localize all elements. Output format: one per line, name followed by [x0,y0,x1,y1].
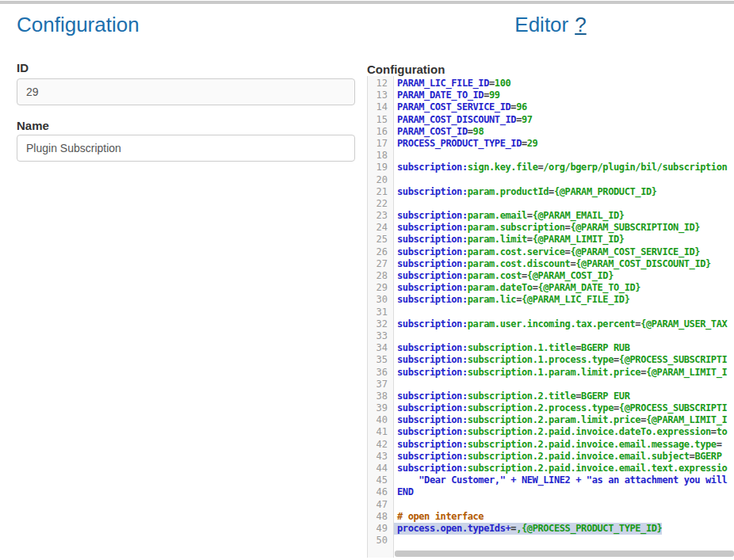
name-input[interactable] [17,135,355,162]
code-line[interactable]: 36subscription:subscription.1.param.limi… [367,367,734,379]
line-number: 31 [367,307,394,318]
code-line[interactable]: 46END [367,486,734,498]
code-line[interactable]: 29subscription:param.dateTo={@PARAM_DATE… [367,282,734,294]
code-line[interactable]: 13PARAM_DATE_TO_ID=99 [367,90,734,101]
line-number: 33 [367,330,394,342]
line-number: 44 [367,463,394,474]
code-text: PARAM_COST_DISCOUNT_ID=97 [394,114,533,126]
code-line[interactable]: 27subscription:param.cost.discount={@PAR… [367,258,734,270]
line-number: 17 [367,138,394,150]
code-text: PARAM_LIC_FILE_ID=100 [394,78,510,90]
code-text [394,535,397,547]
line-number: 34 [367,342,394,354]
code-line[interactable]: 50 [367,535,734,547]
code-line[interactable]: 20 [367,174,734,186]
code-line[interactable]: 26subscription:param.cost.service={@PARA… [367,246,734,258]
line-number: 25 [367,234,394,246]
code-text: subscription:sign.key.file=/org/bgerp/pl… [394,162,727,173]
code-text: subscription:param.cost={@PARAM_COST_ID} [394,270,614,282]
code-line[interactable]: 43subscription:subscription.2.paid.invoi… [367,451,734,463]
line-number: 13 [367,90,394,101]
line-number: 41 [367,426,394,438]
code-text: "Dear Customer," + NEW_LINE2 + "as an at… [394,474,727,486]
code-line[interactable]: 18 [367,150,734,162]
code-text: subscription:subscription.1.title=BGERP … [394,342,629,354]
code-line[interactable]: 41subscription:subscription.2.paid.invoi… [367,426,734,438]
code-line[interactable]: 33 [367,330,734,342]
code-line[interactable]: 44subscription:subscription.2.paid.invoi… [367,463,734,474]
code-text [394,379,397,390]
code-line[interactable]: 19subscription:sign.key.file=/org/bgerp/… [367,162,734,173]
code-text [394,307,397,318]
code-line[interactable]: 37 [367,379,734,390]
code-text: subscription:subscription.2.paid.invoice… [394,451,727,463]
line-number: 20 [367,174,394,186]
line-number: 18 [367,150,394,162]
code-text [394,330,397,342]
code-line[interactable]: 38subscription:subscription.2.title=BGER… [367,390,734,402]
help-link[interactable]: ? [575,13,586,36]
code-line[interactable]: 49process.open.typeIds+=,{@PROCESS_PRODU… [367,523,734,535]
code-line[interactable]: 25subscription:param.limit={@PARAM_LIMIT… [367,234,734,246]
code-line[interactable]: 22 [367,198,734,210]
code-editor[interactable]: 12PARAM_LIC_FILE_ID=10013PARAM_DATE_TO_I… [367,76,734,558]
top-divider [0,1,734,4]
line-number: 40 [367,414,394,426]
code-text: subscription:subscription.2.paid.invoice… [394,426,727,438]
code-line[interactable]: 21subscription:param.productId={@PARAM_P… [367,186,734,198]
line-number: 16 [367,126,394,138]
line-number: 22 [367,198,394,210]
line-number: 47 [367,499,394,511]
code-line[interactable]: 42subscription:subscription.2.paid.invoi… [367,439,734,451]
line-number: 26 [367,246,394,258]
code-line[interactable]: 40subscription:subscription.2.param.limi… [367,414,734,426]
code-text: subscription:param.cost.discount={@PARAM… [394,258,711,270]
code-line[interactable]: 32subscription:param.user.incoming.tax.p… [367,318,734,330]
code-text: subscription:subscription.2.param.limit.… [394,414,727,426]
code-line[interactable]: 31 [367,307,734,318]
code-line[interactable]: 23subscription:param.email={@PARAM_EMAIL… [367,210,734,222]
line-number: 23 [367,210,394,222]
code-line[interactable]: 47 [367,499,734,511]
code-text: subscription:param.user.incoming.tax.per… [394,318,727,330]
code-text [394,198,397,210]
code-text: PARAM_DATE_TO_ID=99 [394,90,500,101]
line-number: 46 [367,486,394,498]
code-text: PROCESS_PRODUCT_TYPE_ID=29 [394,138,537,150]
code-line[interactable]: 17PROCESS_PRODUCT_TYPE_ID=29 [367,138,734,150]
code-text: subscription:param.email={@PARAM_EMAIL_I… [394,210,625,222]
code-text [394,174,397,186]
code-line[interactable]: 35subscription:subscription.1.process.ty… [367,354,734,366]
line-number: 24 [367,222,394,234]
line-number: 28 [367,270,394,282]
line-number: 19 [367,162,394,173]
id-input[interactable] [17,78,355,105]
line-number: 29 [367,282,394,294]
code-text: subscription:param.lic={@PARAM_LIC_FILE_… [394,294,629,306]
code-line[interactable]: 48# open interface [367,511,734,523]
code-line[interactable]: 12PARAM_LIC_FILE_ID=100 [367,78,734,90]
code-text: subscription:subscription.2.paid.invoice… [394,439,722,451]
code-line[interactable]: 28subscription:param.cost={@PARAM_COST_I… [367,270,734,282]
id-label: ID [17,61,29,74]
line-number: 32 [367,318,394,330]
code-line[interactable]: 24subscription:param.subscription={@PARA… [367,222,734,234]
code-text: subscription:param.limit={@PARAM_LIMIT_I… [394,234,625,246]
line-number: 39 [367,402,394,414]
editor-title: Editor? [367,13,734,37]
code-line[interactable]: 30subscription:param.lic={@PARAM_LIC_FIL… [367,294,734,306]
code-text: subscription:subscription.1.process.type… [394,354,727,366]
code-line[interactable]: 14PARAM_COST_SERVICE_ID=96 [367,101,734,113]
horizontal-scrollbar[interactable] [395,550,734,557]
code-line[interactable]: 16PARAM_COST_ID=98 [367,126,734,138]
line-number: 36 [367,367,394,379]
code-text: END [394,486,413,498]
code-line[interactable]: 39subscription:subscription.2.process.ty… [367,402,734,414]
line-number: 27 [367,258,394,270]
line-number: 14 [367,101,394,113]
code-text: subscription:param.dateTo={@PARAM_DATE_T… [394,282,640,294]
code-line[interactable]: 45 "Dear Customer," + NEW_LINE2 + "as an… [367,474,734,486]
code-lines: 12PARAM_LIC_FILE_ID=10013PARAM_DATE_TO_I… [367,76,734,547]
code-line[interactable]: 34subscription:subscription.1.title=BGER… [367,342,734,354]
code-line[interactable]: 15PARAM_COST_DISCOUNT_ID=97 [367,114,734,126]
